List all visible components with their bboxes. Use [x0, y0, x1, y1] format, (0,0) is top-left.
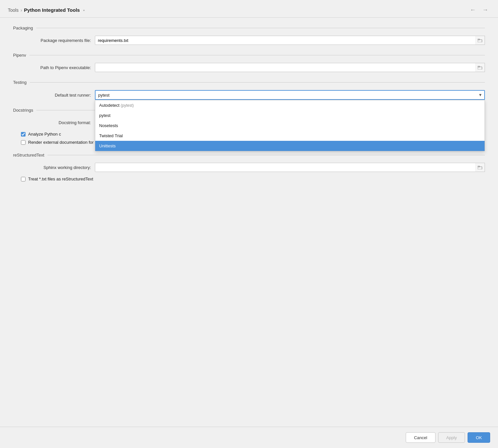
breadcrumb-separator: ›	[21, 8, 22, 13]
pipenv-path-row: Path to Pipenv executable:	[13, 63, 485, 72]
treat-txt-row: Treat *.txt files as reStructuredText	[13, 177, 485, 181]
render-external-label: Render external documentation for stdlib	[28, 140, 105, 145]
forward-button[interactable]: →	[480, 6, 490, 14]
nav-buttons: ← →	[468, 6, 490, 14]
option-unittests-label: Unittests	[99, 143, 116, 148]
dropdown-option-pytest[interactable]: pytest	[95, 110, 485, 121]
test-runner-dropdown[interactable]: pytest ▼ Autodetect (pytest) pytest	[95, 90, 485, 100]
default-runner-control: pytest ▼ Autodetect (pytest) pytest	[95, 90, 485, 100]
pipenv-divider	[29, 55, 485, 55]
render-external-checkbox[interactable]	[21, 140, 26, 145]
docstrings-title: Docstrings	[13, 108, 33, 113]
back-button[interactable]: ←	[468, 6, 478, 14]
settings-dialog: Tools › Python Integrated Tools ▪ ← → Pa…	[0, 0, 498, 448]
pin-icon: ▪	[83, 8, 85, 13]
dropdown-option-twisted[interactable]: Twisted Trial	[95, 131, 485, 141]
pipenv-title: Pipenv	[13, 53, 26, 58]
analyze-python-label: Analyze Python c	[28, 132, 61, 137]
test-runner-dropdown-trigger[interactable]: pytest	[95, 90, 485, 100]
packaging-divider	[36, 28, 485, 28]
testing-section-header: Testing	[13, 80, 485, 85]
pipenv-path-browse[interactable]	[475, 63, 485, 72]
analyze-python-checkbox[interactable]	[21, 132, 26, 137]
sphinx-dir-browse[interactable]	[475, 163, 485, 172]
option-nosetests-label: Nosetests	[99, 123, 118, 128]
packaging-section: Packaging Package requirements file:	[13, 26, 485, 45]
main-content: Packaging Package requirements file:	[0, 18, 498, 427]
testing-divider	[30, 82, 485, 83]
restructuredtext-section-header: reStructuredText	[13, 153, 485, 158]
breadcrumb-current: Python Integrated Tools	[24, 7, 80, 13]
title-bar: Tools › Python Integrated Tools ▪ ← →	[0, 0, 498, 18]
packaging-section-header: Packaging	[13, 26, 485, 30]
package-requirements-row: Package requirements file:	[13, 36, 485, 45]
restructuredtext-title: reStructuredText	[13, 153, 44, 158]
package-requirements-browse[interactable]	[475, 36, 485, 45]
dialog-footer: Cancel Apply OK	[0, 427, 498, 448]
testing-section: Testing Default test runner: pytest ▼ Au…	[13, 80, 485, 100]
testing-title: Testing	[13, 80, 27, 85]
restructuredtext-section: reStructuredText Sphinx working director…	[13, 153, 485, 181]
dropdown-option-unittests[interactable]: Unittests	[95, 141, 485, 151]
pipenv-section-header: Pipenv	[13, 53, 485, 58]
breadcrumb-area: Tools › Python Integrated Tools ▪	[8, 7, 466, 13]
default-runner-row: Default test runner: pytest ▼ Autodetect…	[13, 90, 485, 100]
breadcrumb-tools: Tools	[8, 8, 19, 13]
docstring-format-label: Docstring format:	[20, 120, 95, 125]
treat-txt-checkbox[interactable]	[21, 177, 26, 181]
sphinx-dir-row: Sphinx working directory:	[13, 163, 485, 172]
pipenv-path-input[interactable]	[95, 63, 485, 72]
dropdown-option-nosetests[interactable]: Nosetests	[95, 121, 485, 131]
option-autodetect-label: Autodetect	[99, 103, 119, 108]
package-requirements-control	[95, 36, 485, 45]
option-pytest-label: pytest	[99, 113, 111, 118]
cancel-button[interactable]: Cancel	[406, 432, 435, 443]
ok-button[interactable]: OK	[468, 432, 490, 443]
pipenv-path-label: Path to Pipenv executable:	[20, 65, 95, 70]
package-requirements-input[interactable]	[95, 36, 485, 45]
dropdown-option-autodetect[interactable]: Autodetect (pytest)	[95, 100, 485, 110]
treat-txt-label: Treat *.txt files as reStructuredText	[28, 177, 93, 181]
package-requirements-label: Package requirements file:	[20, 38, 95, 43]
test-runner-selected-value: pytest	[98, 93, 110, 98]
option-twisted-label: Twisted Trial	[99, 133, 123, 138]
pipenv-section: Pipenv Path to Pipenv executable:	[13, 53, 485, 72]
sphinx-dir-control	[95, 163, 485, 172]
packaging-title: Packaging	[13, 26, 33, 30]
option-autodetect-hint: (pytest)	[121, 103, 134, 108]
restructuredtext-divider	[47, 155, 485, 155]
sphinx-dir-label: Sphinx working directory:	[20, 165, 95, 170]
apply-button[interactable]: Apply	[438, 432, 465, 443]
test-runner-dropdown-list: Autodetect (pytest) pytest Nosetests Twi…	[95, 100, 485, 151]
default-runner-label: Default test runner:	[20, 93, 95, 98]
sphinx-dir-input[interactable]	[95, 163, 485, 172]
pipenv-path-control	[95, 63, 485, 72]
